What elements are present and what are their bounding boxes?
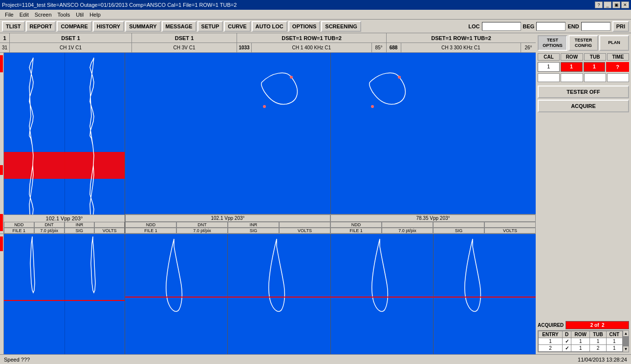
vpp-left: 102.1 Vpp 203° xyxy=(4,215,125,222)
minimize-btn[interactable]: _ xyxy=(604,1,611,8)
time-value: ? xyxy=(606,62,629,72)
file-r2: FILE 1 xyxy=(330,228,382,234)
dset-right2-header: DSET=1 ROW=1 TUB=2 xyxy=(387,33,536,43)
test-options-btn[interactable]: TEST OPTIONS xyxy=(538,35,567,51)
volts-left: VOLTS xyxy=(94,228,125,234)
lissajous-right xyxy=(331,53,536,214)
menu-bar: File Edit Screen Tools Util Help xyxy=(0,10,631,20)
menu-edit[interactable]: Edit xyxy=(17,11,32,19)
row-col-header: ROW xyxy=(571,331,590,338)
pri-button[interactable]: PRI xyxy=(612,21,629,32)
summary-button[interactable]: SUMMARY xyxy=(125,21,160,32)
waveform-bottom-r3 xyxy=(331,234,433,354)
table-row: 1 ✓ 1 1 1 xyxy=(539,338,623,345)
d-col-header: D xyxy=(563,331,571,338)
ptpix-r2: 7.0 pt/pix xyxy=(382,228,433,234)
left-marker2-top xyxy=(0,236,3,251)
row-val2 xyxy=(561,73,583,82)
acquired-label: ACQUIRED xyxy=(538,322,564,328)
svg-point-3 xyxy=(398,76,401,79)
scroll-down[interactable]: ▼ xyxy=(623,346,629,352)
autoloc-button[interactable]: AUTO LOC xyxy=(252,21,287,32)
history-button[interactable]: HISTORY xyxy=(93,21,124,32)
time-header: TIME xyxy=(607,53,629,61)
title-bar: Project=1104_test Site=ANSCO Outage=01/1… xyxy=(0,0,631,10)
svg-point-1 xyxy=(290,76,293,79)
cal-value: 1 xyxy=(538,62,560,72)
ptpix-r1: 7.0 pt/pix xyxy=(176,228,228,234)
ndd-r1: NDD xyxy=(125,222,176,228)
sig-r1: SIG xyxy=(228,228,279,234)
waveform-bottom-r2 xyxy=(228,234,330,354)
tub-col-header: TUB xyxy=(590,331,606,338)
entry-table: ENTRY D ROW TUB CNT 1 ✓ 1 1 xyxy=(538,331,623,352)
volts-r1: VOLTS xyxy=(279,228,330,234)
setup-button[interactable]: SETUP xyxy=(197,21,223,32)
lissajous-left xyxy=(125,53,330,214)
dset1-mid-header: DSET 1 xyxy=(132,33,237,43)
beg-input[interactable] xyxy=(536,22,566,31)
file-r1: FILE 1 xyxy=(125,228,176,234)
cal-val2 xyxy=(538,73,560,82)
inr-r1: INR xyxy=(228,222,279,228)
menu-tools[interactable]: Tools xyxy=(55,11,73,19)
waveform-bottom-ch1 xyxy=(4,234,65,354)
angle2: 26° xyxy=(521,43,536,52)
row-num: 31 xyxy=(0,43,10,52)
screening-button[interactable]: SCREENING xyxy=(321,21,361,32)
report-button[interactable]: REPORT xyxy=(26,21,56,32)
ptpix-left: 7.0 pt/pix xyxy=(34,228,65,234)
help-btn[interactable]: ? xyxy=(595,1,603,8)
dset-right-header: DSET=1 ROW=1 TUB=2 xyxy=(237,33,387,43)
svg-point-2 xyxy=(371,105,374,108)
waveform-line-ch3 xyxy=(65,53,125,234)
dnt-left: DNT xyxy=(34,222,65,228)
acquired-value: 2 of 2 xyxy=(566,321,629,329)
menu-help[interactable]: Help xyxy=(87,11,104,19)
menu-util[interactable]: Util xyxy=(73,11,87,19)
dnt-r1: DNT xyxy=(176,222,228,228)
sig-r2: SIG xyxy=(433,228,484,234)
acquire-button[interactable]: ACQUIRE xyxy=(538,100,629,112)
time-val2 xyxy=(607,73,629,82)
angle1: 85° xyxy=(372,43,387,52)
title-text: Project=1104_test Site=ANSCO Outage=01/1… xyxy=(2,2,595,8)
tester-off-button[interactable]: TESTER OFF xyxy=(538,86,629,98)
row-header: ROW xyxy=(561,53,583,61)
ch2-label: CH 3V C1 xyxy=(132,43,237,52)
ch1-400-label: CH 1 400 KHz C1 xyxy=(252,43,372,52)
toolbar: TLIST REPORT COMPARE HISTORY SUMMARY MES… xyxy=(0,20,631,33)
message-button[interactable]: MESSAGE xyxy=(162,21,196,32)
table-scrollbar[interactable]: ▲ ▼ xyxy=(623,331,629,352)
svg-point-0 xyxy=(263,105,266,108)
left-marker-mid xyxy=(0,165,3,175)
waveform-line-ch1 xyxy=(4,53,65,234)
menu-file[interactable]: File xyxy=(2,11,17,19)
scroll-up[interactable]: ▲ xyxy=(623,331,629,337)
tlist-button[interactable]: TLIST xyxy=(2,21,25,32)
plan-btn[interactable]: PLAN xyxy=(599,35,629,51)
end-label: END xyxy=(567,23,579,29)
curve-button[interactable]: CURVE xyxy=(224,21,250,32)
tub-val2 xyxy=(584,73,606,82)
maximize-btn[interactable]: ▣ xyxy=(612,1,620,8)
ch1-label: CH 1V C1 xyxy=(10,43,132,52)
options-button[interactable]: OPTIONS xyxy=(288,21,321,32)
compare-button[interactable]: COMPARE xyxy=(57,21,91,32)
ch3-300-label: CH 3 300 KHz C1 xyxy=(401,43,522,52)
end-input[interactable] xyxy=(581,22,610,31)
row-num-header: 1 xyxy=(0,33,10,43)
waveform-bottom-ch3 xyxy=(65,234,125,354)
loc-input[interactable] xyxy=(482,22,521,31)
close-btn[interactable]: ✕ xyxy=(621,1,629,8)
entry-col-header: ENTRY xyxy=(539,331,563,338)
cal-header: CAL xyxy=(538,53,560,61)
left-marker-bot xyxy=(0,214,3,231)
status-bar: Speed ??? 11/04/2013 13:28:24 xyxy=(0,354,631,364)
tester-config-btn[interactable]: TESTER CONFIG xyxy=(568,35,598,51)
menu-screen[interactable]: Screen xyxy=(32,11,55,19)
loc-label: LOC xyxy=(468,23,479,29)
scroll-thumb xyxy=(623,337,629,346)
vpp-right-right: 78.35 Vpp 203° xyxy=(330,214,536,222)
vpp-right-left: 102.1 Vpp 203° xyxy=(125,214,330,222)
